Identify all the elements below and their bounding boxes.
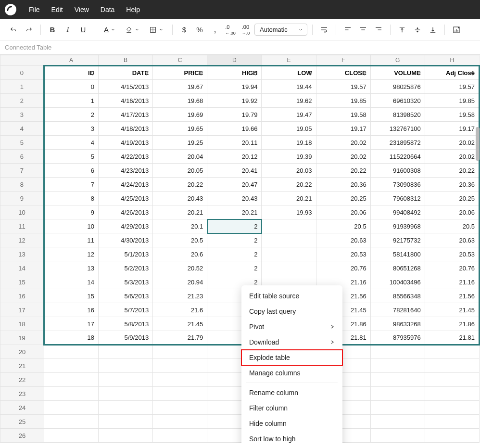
cell[interactable] bbox=[262, 261, 316, 275]
cell[interactable] bbox=[425, 387, 479, 401]
underline-button[interactable]: U bbox=[76, 23, 90, 37]
cell[interactable] bbox=[99, 387, 153, 401]
cell[interactable] bbox=[425, 345, 479, 359]
cell[interactable]: 20.06 bbox=[425, 205, 479, 219]
cell[interactable]: 5/6/2013 bbox=[99, 289, 153, 303]
cell[interactable]: 98025876 bbox=[370, 80, 425, 94]
cell[interactable]: 4/23/2013 bbox=[99, 164, 153, 178]
cell[interactable]: 85566348 bbox=[370, 289, 425, 303]
cell[interactable]: 20.5 bbox=[153, 233, 207, 247]
cell[interactable]: 91939968 bbox=[370, 219, 425, 233]
cell[interactable]: 4/19/2013 bbox=[99, 136, 153, 150]
number-format-select[interactable]: Automatic bbox=[254, 24, 307, 36]
row-header-21[interactable]: 21 bbox=[0, 359, 44, 373]
cell[interactable] bbox=[44, 415, 98, 429]
ctx-edit-table-source[interactable]: Edit table source bbox=[241, 288, 342, 304]
cell[interactable]: 19.85 bbox=[316, 94, 370, 108]
col-header-F[interactable]: F bbox=[316, 55, 370, 66]
formula-bar[interactable]: Connected Table bbox=[0, 40, 480, 55]
cell[interactable]: 20.05 bbox=[153, 164, 207, 178]
cell[interactable]: 20.25 bbox=[316, 192, 370, 205]
cell[interactable] bbox=[99, 401, 153, 415]
cell[interactable] bbox=[153, 415, 207, 429]
cell[interactable]: 14 bbox=[44, 275, 98, 289]
cell[interactable]: 99408492 bbox=[370, 205, 425, 219]
cell[interactable]: 20.36 bbox=[316, 178, 370, 192]
cell[interactable]: 20.63 bbox=[425, 233, 479, 247]
cell[interactable] bbox=[99, 345, 153, 359]
cell[interactable]: 132767100 bbox=[370, 122, 425, 136]
cell[interactable]: 19.67 bbox=[153, 80, 207, 94]
align-middle-button[interactable] bbox=[411, 23, 424, 37]
ctx-pivot[interactable]: Pivot bbox=[241, 319, 342, 334]
row-header-6[interactable]: 6 bbox=[0, 150, 44, 164]
cell[interactable]: 19.44 bbox=[262, 80, 316, 94]
cell[interactable]: 20.12 bbox=[207, 150, 262, 164]
cell[interactable]: 20.04 bbox=[153, 150, 207, 164]
cell[interactable]: 20.02 bbox=[425, 150, 479, 164]
align-left-button[interactable] bbox=[341, 23, 354, 37]
row-header-13[interactable]: 13 bbox=[0, 247, 44, 261]
row-header-12[interactable]: 12 bbox=[0, 233, 44, 247]
cell[interactable]: 21.23 bbox=[153, 289, 207, 303]
cell[interactable]: 19.65 bbox=[153, 122, 207, 136]
cell[interactable]: 20.53 bbox=[316, 247, 370, 261]
cell[interactable] bbox=[44, 387, 98, 401]
cell[interactable]: 8 bbox=[44, 192, 98, 205]
cell[interactable]: 19.17 bbox=[316, 122, 370, 136]
cell[interactable] bbox=[153, 359, 207, 373]
cell[interactable]: 19.05 bbox=[262, 122, 316, 136]
row-header-9[interactable]: 9 bbox=[0, 192, 44, 205]
cell[interactable]: 92175732 bbox=[370, 233, 425, 247]
cell[interactable]: 20.76 bbox=[425, 261, 479, 275]
cell[interactable]: 5/3/2013 bbox=[99, 275, 153, 289]
cell[interactable] bbox=[153, 401, 207, 415]
menu-edit[interactable]: Edit bbox=[46, 3, 69, 16]
corner-cell[interactable] bbox=[0, 55, 44, 66]
align-center-button[interactable] bbox=[356, 23, 370, 37]
cell[interactable]: 16 bbox=[44, 303, 98, 317]
cell[interactable]: 20.53 bbox=[425, 247, 479, 261]
col-header-E[interactable]: E bbox=[262, 55, 316, 66]
ctx-manage-columns[interactable]: Manage columns bbox=[241, 365, 342, 381]
cell[interactable]: 20.22 bbox=[262, 178, 316, 192]
cell[interactable]: 20.94 bbox=[153, 275, 207, 289]
cell[interactable]: 20.06 bbox=[316, 205, 370, 219]
menu-data[interactable]: Data bbox=[95, 3, 121, 16]
cell[interactable]: 80651268 bbox=[370, 261, 425, 275]
ctx-filter-column[interactable]: Filter column bbox=[241, 400, 342, 416]
cell[interactable]: 19.66 bbox=[207, 122, 262, 136]
cell[interactable]: 20.21 bbox=[207, 205, 262, 219]
row-header-25[interactable]: 25 bbox=[0, 415, 44, 429]
wrap-text-button[interactable] bbox=[317, 23, 331, 37]
cell[interactable]: 19.92 bbox=[207, 94, 262, 108]
table-header-volume[interactable]: VOLUME bbox=[370, 66, 425, 80]
cell[interactable] bbox=[153, 345, 207, 359]
fill-color-button[interactable] bbox=[121, 24, 143, 36]
ctx-explode-table[interactable]: Explode table bbox=[241, 350, 342, 365]
cell[interactable] bbox=[370, 387, 425, 401]
cell[interactable]: 21.6 bbox=[153, 303, 207, 317]
cell[interactable]: 19.79 bbox=[207, 108, 262, 122]
cell[interactable] bbox=[370, 429, 425, 443]
cell[interactable]: 19.57 bbox=[316, 80, 370, 94]
table-header-price[interactable]: PRICE bbox=[153, 66, 207, 80]
cell[interactable] bbox=[425, 373, 479, 387]
cell[interactable] bbox=[153, 387, 207, 401]
cell[interactable]: 19.57 bbox=[425, 80, 479, 94]
cell[interactable] bbox=[370, 359, 425, 373]
cell[interactable]: 2 bbox=[207, 233, 262, 247]
row-header-22[interactable]: 22 bbox=[0, 373, 44, 387]
cell[interactable]: 4/16/2013 bbox=[99, 94, 153, 108]
comma-button[interactable]: , bbox=[208, 23, 222, 37]
cell[interactable]: 2 bbox=[207, 247, 262, 261]
cell[interactable]: 19.47 bbox=[262, 108, 316, 122]
table-header-close[interactable]: CLOSE bbox=[316, 66, 370, 80]
row-header-14[interactable]: 14 bbox=[0, 261, 44, 275]
table-header-low[interactable]: LOW bbox=[262, 66, 316, 80]
cell[interactable]: 11 bbox=[44, 233, 98, 247]
row-header-10[interactable]: 10 bbox=[0, 205, 44, 219]
cell[interactable]: 17 bbox=[44, 317, 98, 331]
row-header-26[interactable]: 26 bbox=[0, 429, 44, 443]
table-header-id[interactable]: ID bbox=[44, 66, 98, 80]
